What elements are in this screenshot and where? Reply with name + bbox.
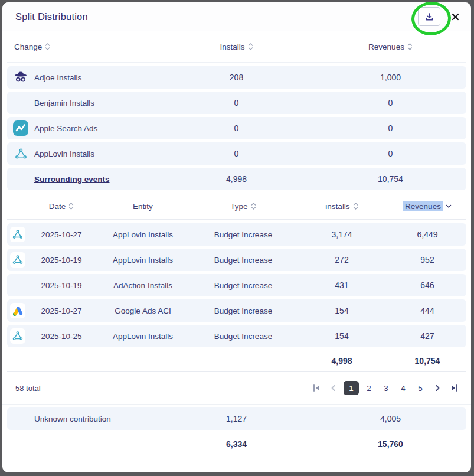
installs-value: 0 [158,149,315,158]
event-row: 2025-10-19 AdAction Installs Budget Incr… [7,274,466,296]
pagination-controls: 1 2 3 4 5 [309,381,462,395]
chevron-down-icon [446,204,452,208]
applovin-icon [7,227,28,242]
events-total-installs: 4,998 [295,356,388,366]
summary-total-revenues: 15,760 [315,439,466,449]
column-header-sub-installs[interactable]: installs [295,202,388,211]
revenues-value: 646 [388,281,466,290]
sort-icon [251,202,256,210]
column-header-installs[interactable]: Installs [158,43,315,51]
type-value: Budget Increase [191,332,295,341]
revenues-value: 0 [315,123,466,133]
surrounding-events-link[interactable]: Surrounding events [34,175,110,184]
column-header-entity: Entity [94,202,191,211]
sort-icon [353,202,358,210]
entity-value: AdAction Installs [94,281,191,290]
installs-value: 0 [158,123,315,133]
installs-value: 4,998 [158,174,315,184]
column-header-sub-revenues[interactable]: Revenues [388,201,466,211]
row-label: Unknown contribution [34,415,158,423]
column-header-date[interactable]: Date [28,202,94,211]
summary-totals-row: 6,334 15,760 [7,433,466,455]
page-button-3[interactable]: 3 [379,381,393,395]
revenues-value: 10,754 [315,174,466,184]
close-button[interactable] [449,10,462,23]
events-table-header: Date Entity Type installs Revenues [7,193,466,220]
event-row: 2025-10-27 AppLovin Installs Budget Incr… [7,223,466,246]
apple-search-ads-icon [7,120,34,136]
sort-icon [45,43,50,51]
download-icon [424,12,434,22]
type-value: Budget Increase [191,281,295,290]
type-value: Budget Increase [191,230,295,239]
column-header-sub-installs-label: installs [325,202,349,211]
applovin-icon [7,252,28,268]
date-value: 2025-10-25 [28,332,94,341]
column-header-type[interactable]: Type [191,202,295,211]
installs-value: 154 [295,306,388,315]
table-row: Apple Search Ads 0 0 [7,117,466,139]
column-header-revenues[interactable]: Revenues [315,43,466,51]
column-header-installs-label: Installs [220,43,244,51]
sort-icon [248,43,253,51]
applovin-icon [7,328,28,344]
column-header-change-label: Change [14,43,42,51]
row-label: AppLovin Installs [34,149,158,158]
event-row: 2025-10-27 Google Ads ACI Budget Increas… [7,299,466,322]
download-button[interactable] [418,7,440,26]
column-header-change[interactable]: Change [7,43,158,51]
event-row: 2025-10-25 AppLovin Installs Budget Incr… [7,325,466,347]
row-label: Benjamin Installs [34,99,158,107]
revenues-value: 952 [388,255,466,265]
chevron-left-icon [330,384,337,392]
first-page-icon [312,384,321,392]
revenues-value: 444 [388,306,466,315]
events-totals-row: 4,998 10,754 [7,350,466,372]
revenues-value: 1,000 [315,73,466,82]
table-row-surrounding-events: Surrounding events 4,998 10,754 [7,168,466,190]
date-value: 2025-10-19 [28,256,94,265]
summary-section: Unknown contribution 1,127 4,005 6,334 1… [2,404,471,472]
event-row: 2025-10-19 AppLovin Installs Budget Incr… [7,249,466,271]
page-button-4[interactable]: 4 [396,381,410,395]
entity-value: Google Ads ACI [94,307,191,315]
installs-value: 3,174 [295,230,388,239]
installs-value: 154 [295,331,388,341]
revenues-value: 0 [315,149,466,158]
revenues-value: 427 [388,331,466,341]
header-actions [418,7,462,26]
sort-icon [407,43,413,51]
modal-header: Split Distribution [2,2,471,31]
next-page-button[interactable] [430,381,444,395]
last-page-icon [450,384,459,392]
installs-value: 0 [158,98,315,107]
pagination: 58 total 1 2 3 4 5 [2,372,471,404]
page-button-1[interactable]: 1 [344,381,359,395]
date-value: 2025-10-27 [28,307,94,315]
row-label: Adjoe Installs [34,73,158,82]
first-page-button[interactable] [309,381,323,395]
chevron-right-icon [434,384,441,392]
sort-icon [68,202,74,210]
type-value: Budget Increase [191,256,295,265]
table-row-unknown-contribution: Unknown contribution 1,127 4,005 [7,407,466,430]
column-header-revenues-label: Revenues [368,43,404,51]
page-button-5[interactable]: 5 [413,381,427,395]
events-total-revenues: 10,754 [388,356,466,366]
date-value: 2025-10-19 [28,281,94,290]
column-header-sub-revenues-label: Revenues [403,201,443,211]
prev-page-button[interactable] [326,381,341,395]
installs-value: 208 [158,73,315,82]
revenues-value: 6,449 [388,230,466,239]
close-icon [451,12,460,21]
table-row: Benjamin Installs 0 0 [7,92,466,114]
type-value: Budget Increase [191,307,295,315]
column-header-type-label: Type [230,202,247,211]
last-page-button[interactable] [447,381,462,395]
split-distribution-modal: Split Distribution Change [2,2,471,472]
installs-value: 1,127 [158,414,315,423]
applovin-icon [7,147,34,161]
page-title: Split Distribution [15,11,88,22]
installs-value: 272 [295,255,388,265]
page-button-2[interactable]: 2 [362,381,376,395]
